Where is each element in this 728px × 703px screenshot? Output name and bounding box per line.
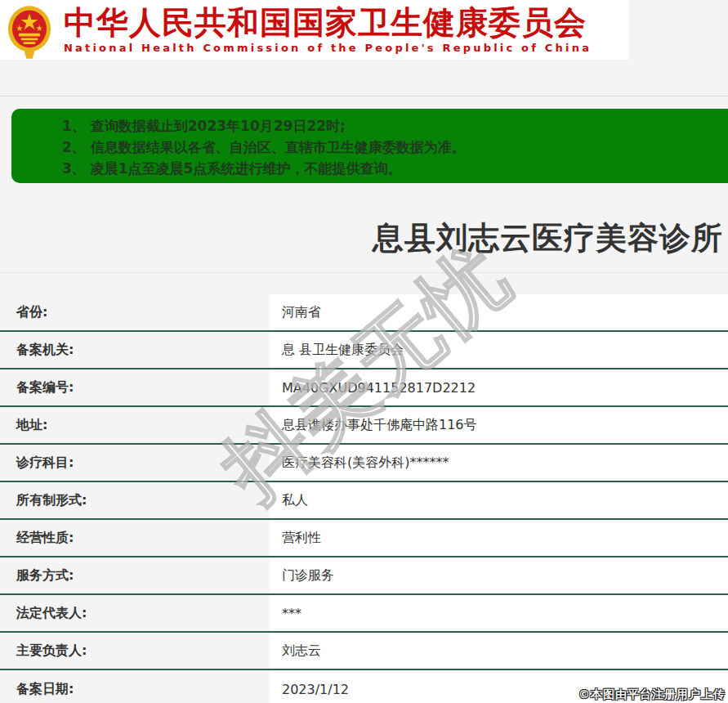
field-label: 主要负责人: xyxy=(0,633,270,669)
field-value: 息县谯楼办事处千佛庵中路116号 xyxy=(270,407,728,443)
table-row: 法定代表人:*** xyxy=(0,595,728,633)
field-label: 地址: xyxy=(0,407,270,443)
field-value: 医疗美容科(美容外科)****** xyxy=(270,445,728,481)
china-national-emblem-icon xyxy=(7,5,52,59)
site-title-english: National Health Commission of the People… xyxy=(64,42,592,54)
notice-line: 3、 凌晨1点至凌晨5点系统进行维护，不能提供查询。 xyxy=(62,158,720,179)
notice-line: 2、 信息数据结果以各省、自治区、直辖市卫生健康委数据为准。 xyxy=(62,137,720,158)
field-value: 门诊服务 xyxy=(270,557,728,593)
field-value: 息 县卫生健康委员会 xyxy=(270,332,728,368)
table-row: 经营性质:营利性 xyxy=(0,520,728,557)
field-label: 诊疗科目: xyxy=(0,445,270,481)
field-value: 营利性 xyxy=(270,520,728,556)
field-label: 备案编号: xyxy=(0,369,270,405)
field-value: 私人 xyxy=(270,482,728,518)
field-label: 法定代表人: xyxy=(0,595,270,631)
field-label: 经营性质: xyxy=(0,520,270,556)
table-row: 地址:息县谯楼办事处千佛庵中路116号 xyxy=(0,407,728,445)
table-row: 省份:河南省 xyxy=(0,294,728,332)
record-table: 省份:河南省备案机关:息 县卫生健康委员会备案编号:MA40GXUD941152… xyxy=(0,294,728,703)
site-header: 中华人民共和国国家卫生健康委员会 National Health Commiss… xyxy=(0,0,629,60)
site-title-chinese: 中华人民共和国国家卫生健康委员会 xyxy=(64,6,592,40)
notice-box: 1、 查询数据截止到2023年10月29日22时;2、 信息数据结果以各省、自治… xyxy=(11,109,728,183)
field-label: 备案机关: xyxy=(0,332,270,368)
field-label: 省份: xyxy=(0,294,270,330)
record-title: 息县刘志云医疗美容诊所 xyxy=(0,217,723,259)
field-value: MA40GXUD941152817D2212 xyxy=(270,369,728,405)
table-row: 备案机关:息 县卫生健康委员会 xyxy=(0,332,728,369)
uploader-stamp: ©本图由平台注册用户上传 xyxy=(578,687,726,702)
table-row: 服务方式:门诊服务 xyxy=(0,557,728,595)
field-value: 河南省 xyxy=(270,294,728,330)
field-label: 所有制形式: xyxy=(0,482,270,518)
field-value: 刘志云 xyxy=(270,633,728,669)
table-row: 主要负责人:刘志云 xyxy=(0,633,728,670)
table-row: 诊疗科目:医疗美容科(美容外科)****** xyxy=(0,445,728,482)
field-value: *** xyxy=(270,595,728,631)
field-label: 备案日期: xyxy=(0,670,270,703)
field-label: 服务方式: xyxy=(0,557,270,593)
header-divider xyxy=(0,96,728,96)
header-titles: 中华人民共和国国家卫生健康委员会 National Health Commiss… xyxy=(64,6,592,54)
table-row: 备案编号:MA40GXUD941152817D2212 xyxy=(0,369,728,407)
notice-line: 1、 查询数据截止到2023年10月29日22时; xyxy=(62,115,720,137)
table-row: 所有制形式:私人 xyxy=(0,482,728,520)
title-divider xyxy=(0,272,728,273)
page: 中华人民共和国国家卫生健康委员会 National Health Commiss… xyxy=(0,0,728,703)
